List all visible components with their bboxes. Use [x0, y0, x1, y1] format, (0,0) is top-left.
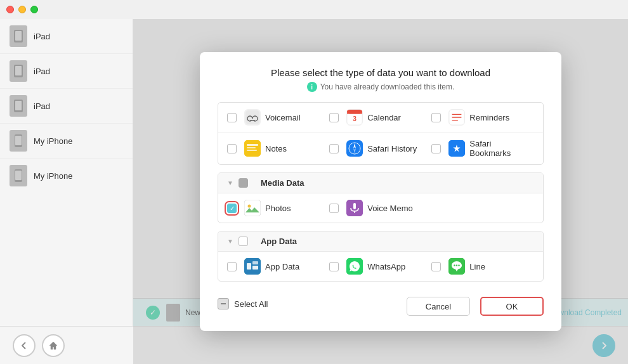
modal-subtitle: i You have already downloaded this item.	[218, 82, 544, 92]
notes-col: Notes	[227, 140, 329, 157]
safari-bookmarks-label: Safari Bookmarks	[469, 139, 533, 158]
voice-memo-checkbox[interactable]	[329, 204, 339, 213]
back-button[interactable]	[13, 334, 36, 357]
whatsapp-col: WhatsApp	[329, 258, 431, 275]
cancel-button[interactable]: Cancel	[407, 297, 470, 316]
sidebar-item-label-myiphone-1: My iPhone	[34, 136, 72, 146]
calendar-checkbox[interactable]	[329, 113, 339, 122]
ok-button[interactable]: OK	[480, 297, 544, 316]
calendar-item: 3 Calendar	[346, 109, 431, 126]
modal-actions: Cancel OK	[407, 297, 544, 316]
data-row-1: Voicemail 3 Calendar	[218, 103, 543, 133]
sidebar-item-myiphone-1[interactable]: My iPhone	[0, 124, 133, 159]
app-data-chevron-icon[interactable]: ▼	[227, 238, 233, 245]
whatsapp-checkbox[interactable]	[329, 262, 339, 271]
appdata-col: App Data	[227, 258, 329, 275]
svg-rect-26	[247, 150, 257, 151]
safari-bookmarks-checkbox[interactable]	[431, 144, 441, 153]
app-data-label: App Data	[261, 237, 297, 246]
modal-dialog: Please select the type of data you want …	[200, 52, 561, 331]
sidebar: iPad iPad iPad My iPhone My iPhone	[0, 19, 133, 364]
media-data-header: ▼ Media Data	[218, 173, 543, 193]
minimize-button[interactable]	[18, 6, 26, 13]
line-checkbox[interactable]	[431, 262, 441, 271]
appdata-checkbox[interactable]	[227, 262, 237, 271]
svg-rect-3	[15, 66, 22, 75]
voice-memo-item: Voice Memo	[346, 200, 431, 216]
line-label: Line	[469, 262, 485, 271]
select-all-checkbox[interactable]	[218, 298, 229, 309]
device-icon	[10, 95, 27, 117]
photos-item: Photos	[244, 200, 329, 216]
safari-history-item: Safari History	[346, 140, 431, 157]
svg-rect-17	[347, 113, 362, 114]
safari-history-label: Safari History	[367, 144, 417, 153]
appdata-item: App Data	[244, 258, 329, 275]
whatsapp-item: WhatsApp	[346, 258, 431, 275]
sidebar-item-label-ipad-1: iPad	[34, 32, 50, 41]
sidebar-item-myiphone-2[interactable]: My iPhone	[0, 159, 133, 193]
sidebar-item-ipad-1[interactable]: iPad	[0, 19, 133, 54]
media-chevron-icon[interactable]: ▼	[227, 179, 233, 186]
reminders-checkbox[interactable]	[431, 113, 441, 122]
sidebar-item-label-ipad-2: iPad	[34, 67, 50, 76]
info-icon: i	[307, 82, 317, 92]
svg-rect-1	[15, 31, 22, 41]
reminders-item: Reminders	[448, 109, 533, 126]
app-data-section-checkbox[interactable]	[239, 237, 248, 246]
home-button[interactable]	[42, 334, 65, 357]
svg-text:3: 3	[353, 115, 357, 122]
select-all-row: Select All	[218, 292, 268, 318]
svg-rect-9	[15, 171, 22, 180]
appdata-label: App Data	[265, 262, 299, 271]
svg-rect-38	[247, 263, 251, 270]
sidebar-item-label-myiphone-2: My iPhone	[34, 171, 72, 181]
safari-bookmarks-icon	[448, 140, 465, 157]
media-data-label: Media Data	[261, 178, 304, 188]
media-data-section-checkbox[interactable]	[239, 178, 248, 188]
photos-checkbox[interactable]: ✓	[227, 204, 237, 213]
notes-label: Notes	[265, 144, 287, 153]
safari-history-col: Safari History	[329, 140, 431, 157]
reminders-icon	[448, 109, 465, 126]
sidebar-item-ipad-3[interactable]: iPad	[0, 89, 133, 124]
safari-bookmarks-col: Safari Bookmarks	[431, 139, 533, 158]
calendar-icon: 3	[346, 109, 363, 126]
sidebar-item-label-ipad-3: iPad	[34, 101, 50, 111]
svg-rect-5	[15, 101, 22, 110]
svg-rect-35	[353, 203, 356, 209]
voicemail-col: Voicemail	[227, 109, 329, 126]
media-data-row-1: ✓ Photos	[218, 193, 543, 223]
app-data-row-1: App Data WhatsApp	[218, 252, 543, 281]
reminders-col: Reminders	[431, 109, 533, 126]
close-button[interactable]	[6, 6, 14, 13]
voice-memo-icon	[346, 200, 363, 216]
whatsapp-icon	[346, 258, 363, 275]
safari-history-checkbox[interactable]	[329, 144, 339, 153]
voicemail-checkbox[interactable]	[227, 113, 237, 122]
safari-history-icon	[346, 140, 363, 157]
data-row-2: Notes Safari History	[218, 133, 543, 164]
voicemail-label: Voicemail	[265, 113, 301, 122]
voicemail-icon	[244, 109, 261, 126]
svg-rect-7	[15, 136, 22, 145]
appdata-icon	[244, 258, 261, 275]
voicemail-item: Voicemail	[244, 109, 329, 126]
notes-icon	[244, 140, 261, 157]
sidebar-item-ipad-2[interactable]: iPad	[0, 54, 133, 89]
calendar-label: Calendar	[367, 113, 401, 122]
device-icon	[10, 130, 27, 152]
select-all-label: Select All	[234, 299, 268, 309]
photos-label: Photos	[265, 204, 291, 213]
modal-subtitle-text: You have already downloaded this item.	[320, 82, 455, 91]
notes-checkbox[interactable]	[227, 144, 237, 153]
svg-rect-40	[252, 261, 258, 264]
svg-rect-32	[244, 200, 261, 216]
maximize-button[interactable]	[30, 6, 38, 13]
notes-item: Notes	[244, 140, 329, 157]
line-col: Line	[431, 258, 533, 275]
photos-icon	[244, 200, 261, 216]
photos-col: ✓ Photos	[227, 200, 329, 216]
app-data-header: ▼ App Data	[218, 231, 543, 252]
voice-memo-col: Voice Memo	[329, 200, 431, 216]
